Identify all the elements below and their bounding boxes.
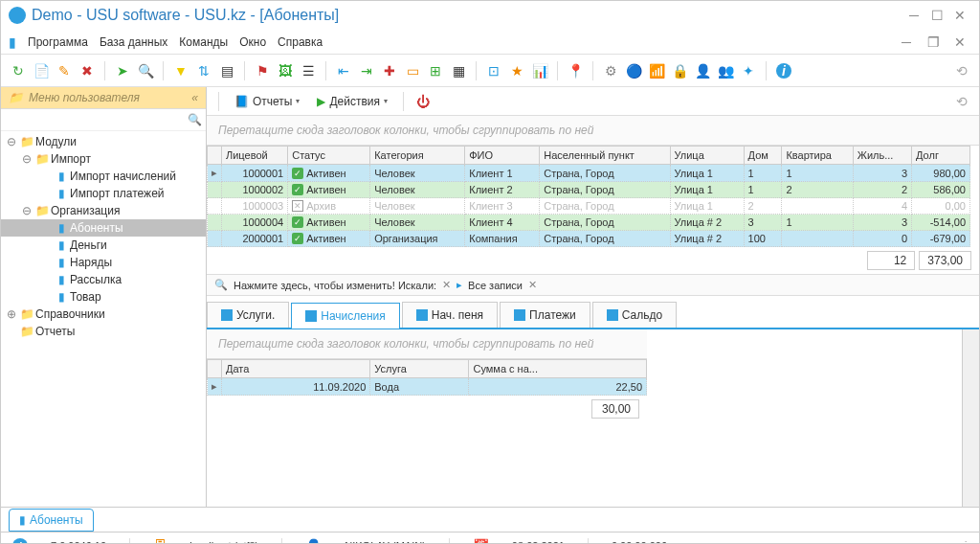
users-icon[interactable]: 👥 [716,61,735,80]
search-icon[interactable]: 🔍 [136,61,155,80]
maximize-button[interactable]: ☐ [925,6,948,25]
column-header[interactable]: Услуга [370,360,469,378]
grid-icon[interactable]: ▦ [449,61,468,80]
detail-tab[interactable]: Сальдо [592,302,677,328]
import-icon[interactable]: ⇤ [334,61,353,80]
tree-node[interactable]: ▮Деньги [1,237,206,254]
info-icon[interactable]: i [12,538,28,545]
detail-tab[interactable]: Нач. пеня [402,302,498,328]
detail-tab[interactable]: Услуги. [207,302,289,328]
detail-scrollbar[interactable] [962,329,979,507]
mdi-close-button[interactable]: ✕ [948,33,971,52]
gear-icon[interactable]: ⚙ [601,61,620,80]
refresh-icon[interactable]: ↻ [9,61,28,80]
column-header[interactable]: Населенный пункт [540,147,670,165]
add-icon[interactable]: ✚ [380,61,399,80]
tree-node[interactable]: ⊖📁Организация [1,202,206,219]
tree-node[interactable]: ▮Абоненты [1,219,206,237]
rss-icon[interactable]: 📶 [647,61,666,80]
filter-icon[interactable]: ▼ [171,61,190,80]
power-icon[interactable]: ⏻ [413,92,433,111]
group-by-hint[interactable]: Перетащите сюда заголовок колонки, чтобы… [207,116,979,146]
tree-node[interactable]: ▮Рассылка [1,271,206,288]
menu-commands[interactable]: Команды [179,35,228,49]
column-header[interactable]: Лицевой [222,147,288,165]
tree-node[interactable]: ▮Товар [1,288,206,306]
card-icon[interactable]: ▭ [403,61,422,80]
column-header[interactable]: Сумма с на... [469,360,647,378]
wand-icon[interactable]: ✦ [739,61,758,80]
list-icon[interactable]: ☰ [299,61,318,80]
edit-icon[interactable]: ✎ [55,61,74,80]
column-header[interactable]: Дом [744,147,782,165]
main-grid[interactable]: ЛицевойСтатусКатегорияФИОНаселенный пунк… [207,146,970,247]
excel-icon[interactable]: ⊞ [426,61,445,80]
image-icon[interactable]: 🖼 [276,61,295,80]
table-row[interactable]: ▸1000001✓ АктивенЧеловекКлиент 1Страна, … [208,165,970,182]
sidebar-collapse-icon[interactable]: « [191,91,198,104]
detail-tab[interactable]: Начисления [291,303,400,329]
resize-grip-icon[interactable]: ⋰ [957,539,968,544]
reports-button[interactable]: 📘 Отчеты ▾ [229,93,305,110]
menu-help[interactable]: Справка [278,35,323,49]
menu-database[interactable]: База данных [100,35,167,49]
column-header[interactable]: Улица [670,147,744,165]
tree-node[interactable]: ⊖📁Модули [1,133,206,150]
actions-button[interactable]: ▶ Действия ▾ [311,93,393,110]
tree-node[interactable]: ⊕📁Справочники [1,306,206,323]
filter-play-icon[interactable]: ▸ [457,279,462,291]
column-header[interactable]: Жиль... [853,147,911,165]
columns-icon[interactable]: ▤ [217,61,236,80]
user-icon[interactable]: 👤 [693,61,712,80]
table-row[interactable]: 1000004✓ АктивенЧеловекКлиент 4Страна, Г… [208,215,970,231]
lock-icon[interactable]: 🔒 [670,61,689,80]
menu-window[interactable]: Окно [239,35,266,49]
export-icon[interactable]: ⇥ [357,61,376,80]
star-icon[interactable]: ★ [507,61,526,80]
delete-icon[interactable]: ✖ [78,61,97,80]
menu-program[interactable]: Программа [28,35,88,49]
column-header[interactable]: Статус [288,147,370,165]
table-row[interactable]: ▸11.09.2020Вода22,50 [208,378,647,396]
tree-node[interactable]: 📁Отчеты [1,323,206,340]
detail-grid[interactable]: ДатаУслугаСумма с на... ▸11.09.2020Вода2… [207,359,647,396]
window-icon[interactable]: ⊡ [484,61,503,80]
mdi-minimize-button[interactable]: ─ [895,33,918,52]
mdi-restore-button[interactable]: ❐ [922,33,945,52]
close-button[interactable]: ✕ [948,6,971,25]
column-header[interactable]: ФИО [465,147,540,165]
color-icon[interactable]: 🔵 [624,61,643,80]
tree-toggle-icon[interactable]: ⊖ [20,152,33,166]
subgroup-hint[interactable]: Перетащите сюда заголовок колонки, чтобы… [207,329,647,359]
column-header[interactable]: Дата [222,360,370,378]
bottom-tab-subscribers[interactable]: ▮ Абоненты [9,509,94,532]
pin-icon[interactable]: 📍 [566,61,585,80]
tree-node[interactable]: ⊖📁Импорт [1,150,206,168]
arrow-icon[interactable]: ➤ [113,61,132,80]
new-icon[interactable]: 📄 [32,61,51,80]
info-icon[interactable]: i [774,61,793,80]
filter-clear2-icon[interactable]: ✕ [528,279,537,291]
back-icon[interactable]: ⟲ [952,92,971,111]
column-header[interactable]: Долг [912,147,970,165]
column-header[interactable]: Категория [370,147,465,165]
sidebar-search[interactable]: 🔍 [1,109,206,131]
table-row[interactable]: 1000003✕ АрхивЧеловекКлиент 3Страна, Гор… [208,198,970,215]
tree-node[interactable]: ▮Импорт начислений [1,168,206,185]
column-header[interactable]: Квартира [782,147,853,165]
detail-tab[interactable]: Платежи [500,302,590,328]
table-row[interactable]: 1000002✓ АктивенЧеловекКлиент 2Страна, Г… [208,182,970,198]
filter-bar[interactable]: 🔍 Нажмите здесь, чтобы изменить! Искали:… [207,274,979,296]
back-icon[interactable]: ⟲ [952,61,971,80]
tree-node[interactable]: ▮Импорт платежей [1,185,206,202]
sort-icon[interactable]: ⇅ [194,61,213,80]
table-row[interactable]: 2000001✓ АктивенОрганизацияКомпанияСтран… [208,231,970,247]
chart-icon[interactable]: 📊 [530,61,549,80]
filter-clear-icon[interactable]: ✕ [442,279,451,291]
flag-icon[interactable]: ⚑ [253,61,272,80]
tree-toggle-icon[interactable]: ⊖ [20,204,33,217]
tree-toggle-icon[interactable]: ⊖ [5,135,18,148]
tree-node[interactable]: ▮Наряды [1,254,206,271]
minimize-button[interactable]: ─ [902,6,925,25]
tree-toggle-icon[interactable]: ⊕ [5,307,18,321]
